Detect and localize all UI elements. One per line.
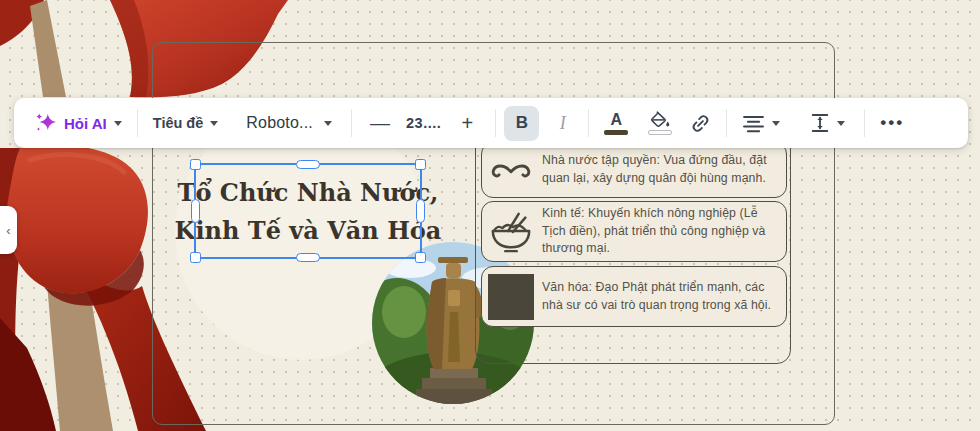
chevron-down-icon [114, 121, 122, 126]
plus-icon: + [454, 112, 480, 135]
text-style-label: Tiêu đề [153, 115, 204, 131]
selection-box[interactable] [194, 163, 422, 259]
more-options-icon: ••• [880, 113, 904, 133]
list-item-text: Văn hóa: Đạo Phật phát triển mạnh, các n… [540, 273, 786, 321]
line-spacing-button[interactable] [803, 105, 852, 141]
font-family-label: Roboto... [246, 114, 313, 132]
link-button[interactable] [683, 105, 718, 141]
resize-handle-se[interactable] [415, 252, 426, 263]
chevron-down-icon [772, 121, 780, 126]
font-family-button[interactable]: Roboto... [239, 105, 339, 141]
line-spacing-icon [810, 113, 830, 133]
mustache-icon [482, 158, 540, 182]
bold-button[interactable]: B [504, 106, 539, 141]
font-size-value[interactable]: 23.... [406, 115, 441, 131]
dark-square-icon [482, 274, 540, 320]
resize-handle-w[interactable] [191, 199, 200, 223]
more-options-button[interactable]: ••• [873, 105, 911, 141]
bold-icon: B [516, 113, 528, 133]
list-item-culture[interactable]: Văn hóa: Đạo Phật phát triển mạnh, các n… [481, 266, 787, 327]
toolbar-divider [495, 109, 496, 137]
toolbar-divider [726, 109, 727, 137]
panel-collapse-tab[interactable]: ‹ [0, 206, 17, 254]
minus-icon: — [367, 112, 393, 135]
fill-color-swatch [648, 130, 672, 135]
list-item-economy[interactable]: Kinh tế: Khuyến khích nông nghiệp (Lễ Tị… [481, 201, 787, 262]
chevron-down-icon [210, 121, 218, 126]
resize-handle-e[interactable] [416, 199, 425, 223]
sparkle-icon [35, 112, 57, 134]
resize-handle-s[interactable] [296, 253, 320, 262]
resize-handle-ne[interactable] [415, 159, 426, 170]
rice-bowl-icon [482, 210, 540, 254]
list-item-text: Nhà nước tập quyền: Vua đứng đầu, đặt qu… [540, 146, 786, 194]
italic-button[interactable]: I [545, 106, 580, 141]
text-style-button[interactable]: Tiêu đề [146, 105, 226, 141]
align-center-icon [742, 114, 765, 133]
font-size-decrease-button[interactable]: — [360, 105, 400, 141]
chevron-down-icon [324, 121, 332, 126]
resize-handle-sw[interactable] [190, 252, 201, 263]
list-item-text: Kinh tế: Khuyến khích nông nghiệp (Lễ Tị… [540, 199, 786, 264]
paint-bucket-icon [647, 111, 673, 128]
toolbar-divider [137, 109, 138, 137]
resize-handle-nw[interactable] [190, 159, 201, 170]
list-item-state[interactable]: Nhà nước tập quyền: Vua đứng đầu, đặt qu… [481, 142, 787, 198]
chevron-down-icon [837, 121, 845, 126]
resize-handle-n[interactable] [296, 160, 320, 169]
text-color-icon: A [610, 112, 622, 128]
italic-icon: I [560, 113, 566, 134]
text-toolbar: Hỏi AI Tiêu đề Roboto... — 23.... + B I [14, 98, 968, 148]
toolbar-divider [864, 109, 865, 137]
text-color-button[interactable]: A [597, 105, 635, 141]
font-size-increase-button[interactable]: + [447, 105, 487, 141]
text-color-swatch [604, 130, 628, 135]
chevron-left-icon: ‹ [6, 223, 10, 238]
design-canvas: Nhà nước tập quyền: Vua đứng đầu, đặt qu… [0, 0, 980, 431]
toolbar-divider [351, 109, 352, 137]
link-icon [690, 113, 711, 134]
fill-color-button[interactable] [641, 105, 679, 141]
text-align-button[interactable] [735, 105, 787, 141]
ask-ai-label: Hỏi AI [64, 115, 107, 132]
ask-ai-button[interactable]: Hỏi AI [28, 105, 129, 141]
toolbar-divider [588, 109, 589, 137]
